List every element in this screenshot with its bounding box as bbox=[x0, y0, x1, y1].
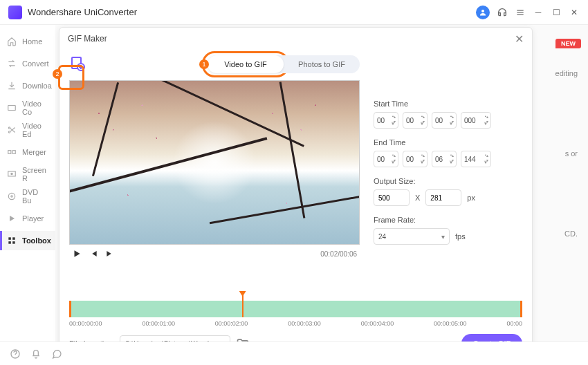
merge-icon bbox=[7, 147, 17, 157]
end-ms-spinner[interactable]: 144▴▾ bbox=[461, 151, 491, 167]
px-label: px bbox=[467, 194, 475, 202]
sidebar-item-download[interactable]: Downloa bbox=[0, 76, 55, 95]
settings-panel: Start Time 00▴▾ 00▴▾ 00▴▾ 000▴▾ End Time… bbox=[374, 80, 522, 297]
sidebar-item-videoedit[interactable]: Video Ed bbox=[0, 120, 55, 140]
grid-icon bbox=[7, 236, 17, 245]
disc-icon bbox=[7, 191, 17, 201]
sidebar-item-label: Video Co bbox=[22, 100, 48, 116]
titlebar: Wondershare UniConverter ─ ☐ ✕ bbox=[0, 0, 588, 25]
help-button[interactable] bbox=[10, 348, 21, 359]
modal-header: GIF Maker ✕ bbox=[59, 28, 532, 50]
gif-maker-modal: GIF Maker ✕ 2 1 Video to GIF Photos to G… bbox=[59, 27, 533, 362]
truncated-text: CD. bbox=[564, 230, 578, 238]
sidebar-item-convert[interactable]: Convert bbox=[0, 54, 55, 73]
svg-rect-8 bbox=[12, 151, 15, 154]
close-button[interactable]: ✕ bbox=[569, 7, 580, 18]
tab-group: Video to GIF Photos to GIF bbox=[208, 55, 360, 73]
notifications-button[interactable] bbox=[30, 348, 42, 359]
sidebar-item-home[interactable]: Home bbox=[0, 32, 55, 51]
support-button[interactable] bbox=[497, 7, 508, 18]
output-width-input[interactable] bbox=[374, 189, 410, 206]
headset-icon bbox=[497, 7, 508, 18]
sidebar-item-screenrec[interactable]: Screen R bbox=[0, 165, 55, 184]
app-logo bbox=[8, 6, 22, 19]
tab-photos-to-gif[interactable]: Photos to GIF bbox=[284, 55, 360, 73]
start-hour-spinner[interactable]: 00▴▾ bbox=[374, 112, 398, 129]
convert-icon bbox=[7, 59, 17, 68]
player-controls: 00:02/00:06 bbox=[69, 245, 360, 263]
fps-label: fps bbox=[455, 232, 466, 241]
output-height-input[interactable] bbox=[425, 189, 461, 206]
end-sec-spinner[interactable]: 06▴▾ bbox=[432, 151, 457, 167]
sidebar-item-label: Video Ed bbox=[22, 122, 48, 138]
menu-button[interactable] bbox=[515, 7, 526, 18]
scissors-icon bbox=[7, 125, 17, 135]
new-badge: NEW bbox=[555, 39, 581, 48]
minimize-button[interactable]: ─ bbox=[533, 7, 544, 18]
play-icon bbox=[7, 214, 17, 223]
start-min-spinner[interactable]: 00▴▾ bbox=[403, 112, 428, 129]
person-icon bbox=[479, 8, 487, 17]
sidebar-item-label: Screen R bbox=[22, 166, 48, 182]
sidebar-item-label: DVD Bu bbox=[22, 188, 48, 205]
truncated-text: editing bbox=[555, 69, 578, 77]
svg-point-0 bbox=[481, 10, 484, 12]
maximize-button[interactable]: ☐ bbox=[551, 7, 562, 18]
output-size-label: Output Size: bbox=[374, 177, 522, 185]
playhead[interactable] bbox=[242, 294, 244, 317]
svg-point-6 bbox=[8, 131, 10, 133]
framerate-label: Frame Rate: bbox=[374, 216, 522, 224]
start-sec-spinner[interactable]: 00▴▾ bbox=[432, 112, 457, 129]
truncated-text: s or bbox=[565, 149, 578, 158]
app-title: Wondershare UniConverter bbox=[28, 7, 137, 17]
sidebar-item-toolbox[interactable]: Toolbox bbox=[0, 231, 55, 250]
sidebar-item-player[interactable]: Player bbox=[0, 209, 55, 228]
start-ms-spinner[interactable]: 000▴▾ bbox=[461, 112, 491, 129]
bottombar bbox=[0, 341, 588, 365]
player-timecode: 00:02/00:06 bbox=[320, 250, 357, 258]
add-file-button[interactable] bbox=[69, 55, 86, 72]
svg-rect-7 bbox=[8, 151, 11, 154]
sidebar-item-label: Home bbox=[22, 37, 42, 46]
svg-point-5 bbox=[8, 127, 10, 129]
by-label: X bbox=[415, 194, 420, 202]
hamburger-icon bbox=[515, 8, 525, 17]
next-frame-button[interactable] bbox=[105, 249, 115, 259]
prev-frame-button[interactable] bbox=[89, 249, 98, 259]
timeline-ticks: 00:00:00:00 00:00:01:00 00:00:02:00 00:0… bbox=[69, 320, 522, 327]
timeline-area: 00:00:00:00 00:00:01:00 00:00:02:00 00:0… bbox=[69, 301, 522, 327]
svg-rect-13 bbox=[8, 237, 11, 240]
svg-point-11 bbox=[8, 193, 15, 199]
sidebar-item-merger[interactable]: Merger bbox=[0, 142, 55, 162]
framerate-select[interactable]: 24 bbox=[374, 228, 450, 245]
sidebar: Home Convert Downloa Video Co Video Ed M… bbox=[0, 25, 55, 341]
compress-icon bbox=[7, 103, 17, 113]
end-hour-spinner[interactable]: 00▴▾ bbox=[374, 151, 398, 167]
svg-rect-15 bbox=[8, 241, 11, 244]
end-time-label: End Time bbox=[374, 138, 522, 147]
add-file-icon bbox=[69, 55, 86, 72]
feedback-button[interactable] bbox=[51, 348, 62, 359]
tab-video-to-gif[interactable]: Video to GIF bbox=[208, 55, 284, 73]
svg-point-12 bbox=[11, 196, 12, 197]
svg-point-10 bbox=[11, 173, 12, 174]
callout-badge-2: 2 bbox=[53, 69, 62, 79]
callout-badge-1: 1 bbox=[199, 59, 209, 69]
modal-close-button[interactable]: ✕ bbox=[515, 32, 524, 46]
sidebar-item-videocompress[interactable]: Video Co bbox=[0, 98, 55, 118]
sidebar-item-dvdburn[interactable]: DVD Bu bbox=[0, 187, 55, 206]
sidebar-item-label: Toolbox bbox=[22, 236, 51, 245]
svg-rect-14 bbox=[12, 237, 15, 240]
modal-title: GIF Maker bbox=[68, 34, 107, 44]
start-time-label: Start Time bbox=[374, 100, 522, 108]
svg-rect-4 bbox=[8, 106, 16, 111]
record-icon bbox=[7, 169, 17, 179]
sidebar-item-label: Downloa bbox=[22, 82, 52, 90]
timeline[interactable] bbox=[69, 301, 522, 317]
end-min-spinner[interactable]: 00▴▾ bbox=[403, 151, 428, 167]
play-button[interactable] bbox=[72, 249, 82, 259]
content-area: NEW editing s or CD. GIF Maker ✕ 2 1 V bbox=[55, 25, 588, 341]
user-avatar[interactable] bbox=[476, 6, 490, 19]
svg-rect-16 bbox=[12, 241, 15, 244]
video-preview[interactable] bbox=[69, 80, 360, 245]
